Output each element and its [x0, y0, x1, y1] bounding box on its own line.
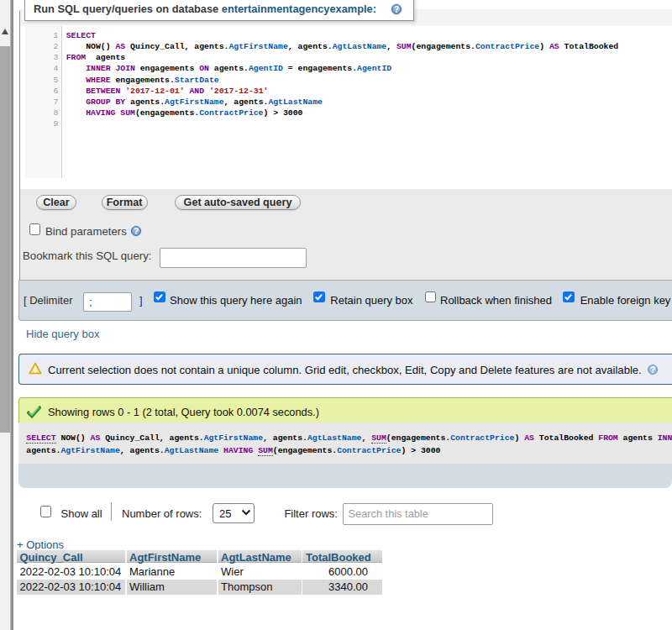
- svg-text:?: ?: [134, 227, 139, 236]
- svg-text:?: ?: [650, 365, 655, 374]
- svg-text:?: ?: [394, 4, 399, 13]
